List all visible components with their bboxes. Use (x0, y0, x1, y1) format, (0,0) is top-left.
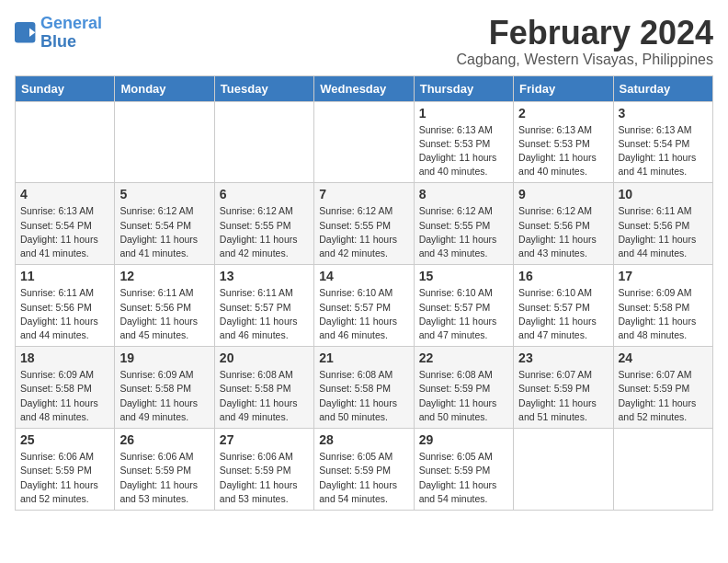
day-number: 8 (419, 187, 508, 201)
day-info: Sunrise: 6:09 AMSunset: 5:58 PMDaylight:… (119, 368, 209, 424)
calendar-cell: 8Sunrise: 6:12 AMSunset: 5:55 PMDaylight… (414, 183, 513, 265)
day-number: 28 (319, 432, 408, 447)
day-info: Sunrise: 6:06 AMSunset: 5:59 PMDaylight:… (119, 450, 209, 506)
day-info: Sunrise: 6:08 AMSunset: 5:58 PMDaylight:… (220, 368, 309, 424)
day-info: Sunrise: 6:13 AMSunset: 5:54 PMDaylight:… (20, 204, 109, 260)
day-info: Sunrise: 6:13 AMSunset: 5:53 PMDaylight:… (419, 123, 508, 179)
day-info: Sunrise: 6:12 AMSunset: 5:55 PMDaylight:… (220, 204, 309, 260)
calendar-cell: 4Sunrise: 6:13 AMSunset: 5:54 PMDaylight… (16, 183, 115, 265)
day-info: Sunrise: 6:13 AMSunset: 5:54 PMDaylight:… (619, 123, 708, 179)
day-number: 2 (518, 106, 608, 121)
day-number: 25 (20, 432, 109, 447)
day-number: 1 (419, 106, 508, 121)
day-number: 21 (319, 350, 408, 365)
calendar-cell: 21Sunrise: 6:08 AMSunset: 5:58 PMDayligh… (314, 347, 414, 429)
calendar-cell: 10Sunrise: 6:11 AMSunset: 5:56 PMDayligh… (613, 183, 712, 265)
day-number: 20 (220, 350, 309, 365)
calendar-cell: 26Sunrise: 6:06 AMSunset: 5:59 PMDayligh… (115, 429, 214, 511)
header-thursday: Thursday (414, 75, 513, 101)
week-row-2: 4Sunrise: 6:13 AMSunset: 5:54 PMDaylight… (16, 183, 713, 265)
day-number: 22 (419, 350, 508, 365)
calendar-cell: 28Sunrise: 6:05 AMSunset: 5:59 PMDayligh… (314, 429, 414, 511)
day-number: 6 (220, 187, 309, 201)
header-monday: Monday (115, 75, 214, 101)
day-number: 5 (119, 187, 209, 201)
calendar-body: 1Sunrise: 6:13 AMSunset: 5:53 PMDaylight… (16, 101, 713, 510)
calendar-cell (16, 101, 115, 183)
day-info: Sunrise: 6:09 AMSunset: 5:58 PMDaylight:… (20, 368, 109, 424)
calendar-cell: 13Sunrise: 6:11 AMSunset: 5:57 PMDayligh… (214, 265, 313, 347)
day-info: Sunrise: 6:11 AMSunset: 5:57 PMDaylight:… (220, 286, 309, 342)
day-info: Sunrise: 6:10 AMSunset: 5:57 PMDaylight:… (319, 286, 408, 342)
calendar-cell: 5Sunrise: 6:12 AMSunset: 5:54 PMDaylight… (115, 183, 214, 265)
logo-icon (15, 22, 37, 44)
calendar-table: SundayMondayTuesdayWednesdayThursdayFrid… (15, 75, 713, 511)
calendar-cell: 17Sunrise: 6:09 AMSunset: 5:58 PMDayligh… (613, 265, 712, 347)
day-number: 12 (119, 269, 209, 283)
day-number: 15 (419, 269, 508, 283)
day-info: Sunrise: 6:11 AMSunset: 5:56 PMDaylight:… (20, 286, 109, 342)
calendar-cell: 2Sunrise: 6:13 AMSunset: 5:53 PMDaylight… (514, 101, 613, 183)
day-info: Sunrise: 6:09 AMSunset: 5:58 PMDaylight:… (619, 286, 708, 342)
title-block: February 2024 Cagbang, Western Visayas, … (456, 15, 713, 68)
day-number: 18 (20, 350, 109, 365)
day-number: 7 (319, 187, 408, 201)
calendar-cell: 24Sunrise: 6:07 AMSunset: 5:59 PMDayligh… (613, 347, 712, 429)
day-info: Sunrise: 6:10 AMSunset: 5:57 PMDaylight:… (518, 286, 608, 342)
day-info: Sunrise: 6:05 AMSunset: 5:59 PMDaylight:… (319, 450, 408, 506)
day-number: 16 (518, 269, 608, 283)
calendar-cell (115, 101, 214, 183)
location: Cagbang, Western Visayas, Philippines (456, 52, 713, 68)
month-title: February 2024 (456, 15, 713, 52)
calendar-cell: 7Sunrise: 6:12 AMSunset: 5:55 PMDaylight… (314, 183, 414, 265)
calendar-cell: 15Sunrise: 6:10 AMSunset: 5:57 PMDayligh… (414, 265, 513, 347)
calendar-header-row: SundayMondayTuesdayWednesdayThursdayFrid… (16, 75, 713, 101)
day-number: 29 (419, 432, 508, 447)
day-info: Sunrise: 6:07 AMSunset: 5:59 PMDaylight:… (518, 368, 608, 424)
calendar-cell: 12Sunrise: 6:11 AMSunset: 5:56 PMDayligh… (115, 265, 214, 347)
day-number: 19 (119, 350, 209, 365)
header-saturday: Saturday (613, 75, 712, 101)
day-info: Sunrise: 6:12 AMSunset: 5:55 PMDaylight:… (319, 204, 408, 260)
calendar-cell (613, 429, 712, 511)
day-info: Sunrise: 6:12 AMSunset: 5:55 PMDaylight:… (419, 204, 508, 260)
header-tuesday: Tuesday (214, 75, 313, 101)
day-number: 3 (619, 106, 708, 121)
day-info: Sunrise: 6:13 AMSunset: 5:53 PMDaylight:… (518, 123, 608, 179)
day-number: 14 (319, 269, 408, 283)
page-header: General Blue February 2024 Cagbang, West… (15, 15, 713, 68)
calendar-cell: 23Sunrise: 6:07 AMSunset: 5:59 PMDayligh… (514, 347, 613, 429)
calendar-cell: 29Sunrise: 6:05 AMSunset: 5:59 PMDayligh… (414, 429, 513, 511)
day-number: 24 (619, 350, 708, 365)
day-info: Sunrise: 6:05 AMSunset: 5:59 PMDaylight:… (419, 450, 508, 506)
day-number: 11 (20, 269, 109, 283)
calendar-cell: 18Sunrise: 6:09 AMSunset: 5:58 PMDayligh… (16, 347, 115, 429)
header-wednesday: Wednesday (314, 75, 414, 101)
week-row-3: 11Sunrise: 6:11 AMSunset: 5:56 PMDayligh… (16, 265, 713, 347)
calendar-cell: 16Sunrise: 6:10 AMSunset: 5:57 PMDayligh… (514, 265, 613, 347)
calendar-cell (214, 101, 313, 183)
calendar-cell: 25Sunrise: 6:06 AMSunset: 5:59 PMDayligh… (16, 429, 115, 511)
calendar-cell: 6Sunrise: 6:12 AMSunset: 5:55 PMDaylight… (214, 183, 313, 265)
calendar-cell (314, 101, 414, 183)
week-row-1: 1Sunrise: 6:13 AMSunset: 5:53 PMDaylight… (16, 101, 713, 183)
day-info: Sunrise: 6:08 AMSunset: 5:59 PMDaylight:… (419, 368, 508, 424)
day-number: 13 (220, 269, 309, 283)
day-number: 10 (619, 187, 708, 201)
header-friday: Friday (514, 75, 613, 101)
week-row-4: 18Sunrise: 6:09 AMSunset: 5:58 PMDayligh… (16, 347, 713, 429)
day-number: 27 (220, 432, 309, 447)
day-number: 17 (619, 269, 708, 283)
day-info: Sunrise: 6:12 AMSunset: 5:54 PMDaylight:… (119, 204, 209, 260)
calendar-cell: 11Sunrise: 6:11 AMSunset: 5:56 PMDayligh… (16, 265, 115, 347)
calendar-cell: 27Sunrise: 6:06 AMSunset: 5:59 PMDayligh… (214, 429, 313, 511)
calendar-cell: 19Sunrise: 6:09 AMSunset: 5:58 PMDayligh… (115, 347, 214, 429)
day-info: Sunrise: 6:06 AMSunset: 5:59 PMDaylight:… (20, 450, 109, 506)
week-row-5: 25Sunrise: 6:06 AMSunset: 5:59 PMDayligh… (16, 429, 713, 511)
calendar-cell: 1Sunrise: 6:13 AMSunset: 5:53 PMDaylight… (414, 101, 513, 183)
day-info: Sunrise: 6:06 AMSunset: 5:59 PMDaylight:… (220, 450, 309, 506)
day-info: Sunrise: 6:08 AMSunset: 5:58 PMDaylight:… (319, 368, 408, 424)
day-number: 9 (518, 187, 608, 201)
day-info: Sunrise: 6:10 AMSunset: 5:57 PMDaylight:… (419, 286, 508, 342)
calendar-cell: 22Sunrise: 6:08 AMSunset: 5:59 PMDayligh… (414, 347, 513, 429)
